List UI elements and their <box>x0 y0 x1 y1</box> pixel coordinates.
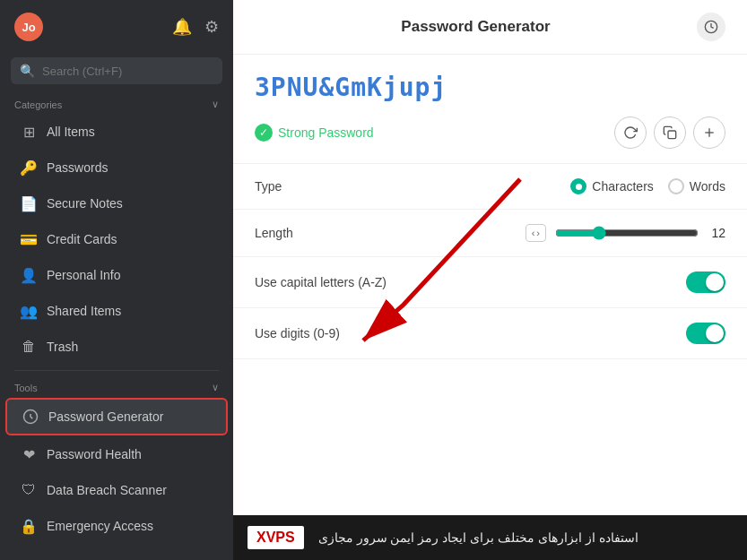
banner-text: استفاده از ابزارهای مختلف برای ایجاد رمز… <box>318 530 638 545</box>
secure-notes-icon: 📄 <box>20 194 38 212</box>
sidebar-item-password-health[interactable]: ❤ Password Health <box>5 437 228 471</box>
sidebar-item-trash[interactable]: 🗑 Trash <box>5 330 228 364</box>
strength-badge: ✓ Strong Password <box>255 124 374 142</box>
type-radio-group: Characters Words <box>570 178 725 194</box>
header-icons: 🔔 ⚙ <box>172 17 219 37</box>
sidebar-item-label: Credit Cards <box>47 232 117 246</box>
data-breach-icon: 🛡 <box>20 481 38 499</box>
sidebar-item-secure-notes[interactable]: 📄 Secure Notes <box>5 186 228 220</box>
use-digits-toggle[interactable] <box>686 323 725 344</box>
passwords-icon: 🔑 <box>20 159 38 177</box>
sidebar-item-shared-items[interactable]: 👥 Shared Items <box>5 294 228 328</box>
sidebar-item-label: All Items <box>47 125 95 139</box>
avatar[interactable]: Jo <box>14 13 43 41</box>
credit-cards-icon: 💳 <box>20 230 38 248</box>
search-bar[interactable]: 🔍 <box>11 57 222 84</box>
copy-button[interactable] <box>654 116 686 149</box>
sidebar-item-label: Password Generator <box>48 409 163 424</box>
regenerate-button[interactable] <box>614 116 647 149</box>
type-setting-row: Type Characters Words <box>233 164 747 210</box>
strength-label: Strong Password <box>278 125 374 140</box>
all-items-icon: ⊞ <box>20 123 38 141</box>
settings-icon[interactable]: ⚙ <box>204 17 219 37</box>
trash-icon: 🗑 <box>20 338 38 356</box>
svg-rect-2 <box>668 131 676 139</box>
sidebar-item-personal-info[interactable]: 👤 Personal Info <box>5 258 228 292</box>
password-generator-icon <box>22 408 39 426</box>
length-setting-row: Length ‹ › 12 <box>233 210 747 257</box>
right-arrow-icon: › <box>536 228 540 238</box>
use-digits-row: Use digits (0-9) <box>233 308 747 359</box>
bottom-banner: XVPS استفاده از ابزارهای مختلف برای ایجا… <box>233 515 747 560</box>
add-button[interactable] <box>693 116 725 149</box>
emergency-access-icon: 🔒 <box>20 517 38 535</box>
toggle-knob-digits <box>706 324 724 342</box>
capital-letters-label: Use capital letters (A-Z) <box>255 275 686 289</box>
sidebar-item-label: Emergency Access <box>47 519 153 533</box>
xvps-logo: XVPS <box>248 526 304 549</box>
length-slider-group: ‹ › 12 <box>491 224 726 242</box>
categories-section: Categories ∨ <box>0 93 233 114</box>
capital-letters-row: Use capital letters (A-Z) <box>233 257 747 308</box>
slider-arrows[interactable]: ‹ › <box>526 224 546 242</box>
type-characters-radio[interactable] <box>570 178 586 194</box>
sidebar-item-label: Shared Items <box>47 304 121 318</box>
type-label: Type <box>255 179 570 194</box>
length-label: Length <box>255 226 491 240</box>
sidebar-header: Jo 🔔 ⚙ <box>0 0 233 54</box>
toggle-knob <box>706 273 724 291</box>
strength-icon: ✓ <box>255 124 273 142</box>
type-words-radio[interactable] <box>668 178 684 194</box>
main-header: Password Generator <box>233 0 747 55</box>
categories-chevron-icon[interactable]: ∨ <box>212 99 219 110</box>
sidebar: Jo 🔔 ⚙ 🔍 Categories ∨ ⊞ All Items 🔑 Pass… <box>0 0 233 560</box>
sidebar-item-password-generator[interactable]: Password Generator <box>5 398 228 435</box>
sidebar-item-all-items[interactable]: ⊞ All Items <box>5 115 228 149</box>
history-button[interactable] <box>697 13 725 41</box>
notifications-icon[interactable]: 🔔 <box>172 17 192 37</box>
tools-section: Tools ∨ <box>0 376 233 397</box>
capital-letters-toggle[interactable] <box>686 271 725 293</box>
main-content: Password Generator 3PNU&GmKjupj ✓ Strong… <box>233 0 747 560</box>
password-display: 3PNU&GmKjupj ✓ Strong Password <box>233 55 747 164</box>
length-slider[interactable] <box>555 226 699 240</box>
use-digits-label: Use digits (0-9) <box>255 326 686 340</box>
sidebar-item-credit-cards[interactable]: 💳 Credit Cards <box>5 222 228 256</box>
sidebar-divider <box>14 370 219 371</box>
sidebar-item-label: Personal Info <box>47 268 121 282</box>
type-characters-label: Characters <box>592 179 653 194</box>
settings-panel: Type Characters Words Length <box>233 164 747 560</box>
search-input[interactable] <box>42 65 213 78</box>
type-words-label: Words <box>690 179 725 194</box>
sidebar-item-label: Passwords <box>47 160 108 175</box>
type-words-option[interactable]: Words <box>668 178 725 194</box>
sidebar-item-label: Data Breach Scanner <box>47 483 167 497</box>
generated-password: 3PNU&GmKjupj <box>255 73 725 102</box>
password-actions: ✓ Strong Password <box>255 116 725 149</box>
search-icon: 🔍 <box>20 64 35 78</box>
logo-x: X <box>256 530 266 545</box>
shared-items-icon: 👥 <box>20 302 38 320</box>
sidebar-item-label: Password Health <box>47 447 142 461</box>
left-arrow-icon: ‹ <box>532 228 535 238</box>
tools-chevron-icon[interactable]: ∨ <box>212 382 219 393</box>
sidebar-item-label: Secure Notes <box>47 196 123 211</box>
sidebar-item-passwords[interactable]: 🔑 Passwords <box>5 151 228 185</box>
sidebar-item-data-breach-scanner[interactable]: 🛡 Data Breach Scanner <box>5 473 228 507</box>
length-value: 12 <box>708 226 725 240</box>
sidebar-item-label: Trash <box>47 340 78 354</box>
logo-vps: VPS <box>266 530 295 545</box>
sidebar-item-emergency-access[interactable]: 🔒 Emergency Access <box>5 509 228 543</box>
password-health-icon: ❤ <box>20 445 38 463</box>
personal-info-icon: 👤 <box>20 266 38 284</box>
page-title: Password Generator <box>401 18 550 36</box>
type-characters-option[interactable]: Characters <box>570 178 653 194</box>
action-buttons <box>614 116 725 149</box>
